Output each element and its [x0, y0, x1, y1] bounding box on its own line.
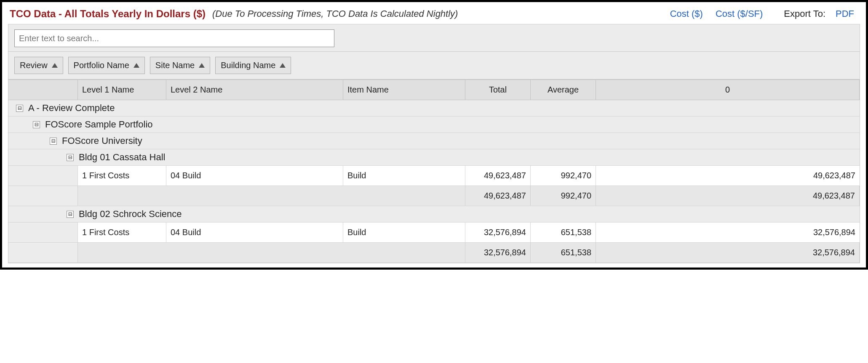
cell-total: 49,623,487	[465, 166, 531, 185]
collapse-icon[interactable]: ⊟	[33, 121, 40, 128]
col-year0[interactable]: 0	[596, 80, 860, 100]
subtotal-total: 49,623,487	[465, 186, 531, 206]
group-row-review[interactable]: ⊟ A - Review Complete	[8, 100, 860, 117]
group-label: FOScore Sample Portfolio	[45, 119, 153, 130]
subtotal-year0: 49,623,487	[596, 186, 860, 206]
cell-year0: 49,623,487	[596, 166, 860, 185]
collapse-icon[interactable]: ⊟	[67, 211, 74, 218]
cell-average: 992,470	[531, 166, 596, 185]
group-row-building[interactable]: ⊟ Bldg 02 Schrock Science	[8, 206, 860, 223]
col-item[interactable]: Item Name	[343, 80, 465, 100]
group-chips: Review Portfolio Name Site Name Building…	[8, 52, 860, 79]
cell-level2: 04 Build	[166, 166, 343, 185]
cell-level1: 1 First Costs	[78, 223, 166, 242]
cell-item: Build	[343, 223, 465, 242]
group-label: Bldg 02 Schrock Science	[79, 209, 182, 220]
subtotal-row: 32,576,894 651,538 32,576,894	[8, 243, 860, 263]
page-subtitle: (Due To Processing Times, TCO Data Is Ca…	[212, 8, 458, 19]
row-indent-spacer	[8, 166, 78, 185]
app-frame: TCO Data - All Totals Yearly In Dollars …	[0, 0, 868, 270]
export-pdf-link[interactable]: PDF	[831, 8, 858, 19]
row-indent-spacer	[8, 223, 78, 242]
collapse-icon[interactable]: ⊟	[50, 138, 57, 145]
collapse-icon[interactable]: ⊟	[67, 154, 74, 161]
chip-label: Review	[20, 61, 48, 70]
subtotal-total: 32,576,894	[465, 243, 531, 262]
row-indent-spacer	[8, 243, 78, 262]
cost-dollar-link[interactable]: Cost ($)	[666, 8, 707, 19]
subtotal-average: 651,538	[531, 243, 596, 262]
export-label: Export To:	[771, 8, 827, 19]
chip-label: Building Name	[221, 61, 275, 70]
group-chip-building[interactable]: Building Name	[215, 57, 291, 74]
subtotal-blank	[78, 186, 465, 206]
sort-asc-icon	[134, 63, 139, 68]
cell-year0: 32,576,894	[596, 223, 860, 242]
header-bar: TCO Data - All Totals Yearly In Dollars …	[2, 2, 866, 24]
cell-average: 651,538	[531, 223, 596, 242]
subtotal-row: 49,623,487 992,470 49,623,487	[8, 186, 860, 206]
table-row: 1 First Costs 04 Build Build 32,576,894 …	[8, 223, 860, 243]
page-title: TCO Data - All Totals Yearly In Dollars …	[10, 8, 206, 20]
col-total[interactable]: Total	[465, 80, 531, 100]
group-chip-review[interactable]: Review	[14, 57, 63, 74]
chip-label: Site Name	[155, 61, 195, 70]
group-label: A - Review Complete	[28, 103, 115, 114]
col-level1[interactable]: Level 1 Name	[78, 80, 166, 100]
group-row-building[interactable]: ⊟ Bldg 01 Cassata Hall	[8, 149, 860, 166]
group-label: Bldg 01 Cassata Hall	[79, 152, 165, 163]
col-expand-spacer	[8, 80, 78, 100]
subtotal-average: 992,470	[531, 186, 596, 206]
sort-asc-icon	[199, 63, 205, 68]
cost-sf-link[interactable]: Cost ($/SF)	[711, 8, 767, 19]
cell-level1: 1 First Costs	[78, 166, 166, 185]
cell-item: Build	[343, 166, 465, 185]
search-row	[8, 24, 860, 52]
subtotal-blank	[78, 243, 465, 262]
group-row-portfolio[interactable]: ⊟ FOScore Sample Portfolio	[8, 117, 860, 133]
col-level2[interactable]: Level 2 Name	[166, 80, 343, 100]
chip-label: Portfolio Name	[74, 61, 129, 70]
subtotal-year0: 32,576,894	[596, 243, 860, 262]
collapse-icon[interactable]: ⊟	[16, 105, 23, 112]
cell-total: 32,576,894	[465, 223, 531, 242]
search-input[interactable]	[14, 29, 334, 47]
grid-header: Level 1 Name Level 2 Name Item Name Tota…	[8, 79, 860, 100]
col-average[interactable]: Average	[531, 80, 596, 100]
group-chip-site[interactable]: Site Name	[150, 57, 210, 74]
group-chip-portfolio[interactable]: Portfolio Name	[68, 57, 145, 74]
sort-asc-icon	[280, 63, 286, 68]
table-row: 1 First Costs 04 Build Build 49,623,487 …	[8, 166, 860, 186]
row-indent-spacer	[8, 186, 78, 206]
sort-asc-icon	[52, 63, 58, 68]
group-row-site[interactable]: ⊟ FOScore University	[8, 133, 860, 149]
group-label: FOScore University	[62, 135, 142, 146]
grid-panel: Review Portfolio Name Site Name Building…	[8, 24, 860, 263]
cell-level2: 04 Build	[166, 223, 343, 242]
